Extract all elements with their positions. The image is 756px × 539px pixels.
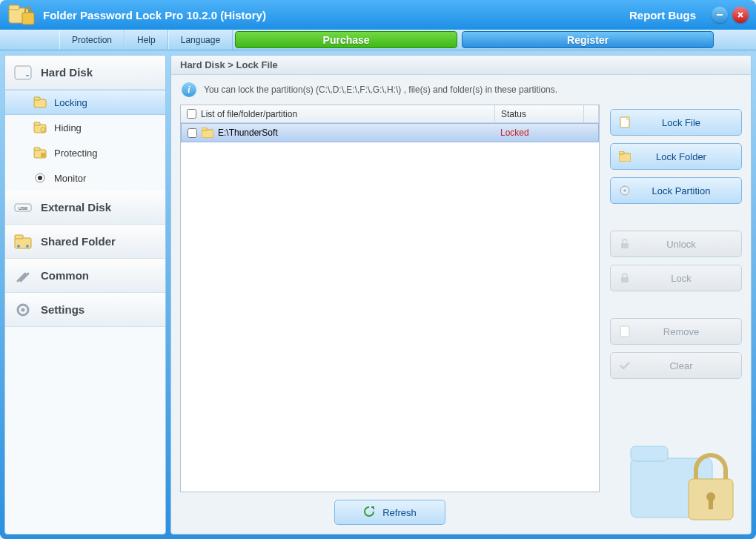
sidebar-protecting-label: Protecting: [54, 148, 98, 159]
app-window: Folder Password Lock Pro 10.2.0 (History…: [0, 0, 756, 539]
menu-language[interactable]: Language: [168, 30, 233, 50]
sidebar-hiding-label: Hiding: [54, 122, 82, 133]
usb-icon: USB: [14, 199, 32, 216]
refresh-button[interactable]: Refresh: [334, 500, 445, 525]
lock-label: Lock: [629, 273, 734, 284]
unlock-button[interactable]: Unlock: [610, 231, 742, 257]
sidebar-hard-disk-label: Hard Disk: [41, 66, 93, 79]
svg-rect-36: [689, 479, 733, 520]
select-all-checkbox[interactable]: [187, 109, 196, 119]
file-table: List of file/folder/partition Status: [180, 105, 600, 492]
info-text: You can lock the partition(s) (C:\,D:\,E…: [204, 85, 557, 95]
svg-rect-3: [717, 14, 723, 16]
sidebar-item-protecting[interactable]: Protecting: [5, 140, 165, 165]
refresh-icon: [363, 506, 375, 520]
svg-point-5: [26, 75, 29, 76]
svg-point-20: [17, 245, 20, 248]
svg-rect-7: [34, 97, 40, 100]
row-status: Locked: [494, 128, 583, 138]
svg-rect-13: [41, 153, 45, 157]
actions-panel: Lock File Lock Folder Lock Partition: [610, 105, 742, 525]
svg-point-15: [38, 176, 42, 180]
sidebar-monitor-label: Monitor: [54, 173, 86, 184]
svg-text:USB: USB: [19, 206, 28, 211]
decorative-folder-lock-icon: [623, 436, 742, 525]
info-icon: i: [182, 82, 196, 97]
row-path: E:\ThunderSoft: [218, 128, 278, 138]
minimize-button[interactable]: [712, 7, 728, 23]
row-checkbox[interactable]: [188, 128, 197, 138]
clear-button[interactable]: Clear: [610, 352, 742, 379]
sidebar-item-monitor[interactable]: Monitor: [5, 165, 165, 191]
lock-file-label: Lock File: [629, 117, 734, 128]
svg-rect-9: [34, 122, 40, 125]
svg-rect-35: [631, 446, 668, 461]
app-logo-icon: [7, 2, 37, 27]
report-bugs-link[interactable]: Report Bugs: [629, 9, 696, 22]
sidebar-section-external-disk[interactable]: USB External Disk: [5, 191, 165, 225]
svg-rect-12: [34, 148, 40, 151]
svg-rect-25: [202, 128, 207, 130]
svg-rect-6: [34, 99, 46, 108]
svg-point-37: [706, 492, 715, 501]
lock-file-button[interactable]: Lock File: [610, 109, 742, 136]
list-panel: List of file/folder/partition Status: [180, 105, 600, 525]
svg-point-23: [21, 308, 25, 311]
remove-label: Remove: [629, 326, 734, 337]
column-header-status[interactable]: Status: [495, 105, 584, 122]
lock-folder-button[interactable]: Lock Folder: [610, 143, 742, 170]
menu-help[interactable]: Help: [125, 30, 168, 50]
info-bar: i You can lock the partition(s) (C:\,D:\…: [171, 75, 751, 105]
folder-protect-icon: [33, 146, 47, 159]
sidebar-item-locking[interactable]: Locking: [5, 90, 165, 115]
sidebar-shared-folder-label: Shared Folder: [41, 235, 116, 248]
column-name-label: List of file/folder/partition: [201, 109, 297, 119]
lock-partition-label: Lock Partition: [629, 185, 734, 196]
close-button[interactable]: [732, 7, 749, 23]
svg-rect-24: [202, 130, 213, 138]
content-area: Hard Disk Locking Hiding Protecting: [0, 50, 756, 539]
lock-folder-label: Lock Folder: [629, 151, 734, 162]
folder-lock-icon: [33, 96, 47, 109]
shared-folder-icon: [14, 233, 32, 251]
gear-icon: [14, 301, 32, 319]
app-title: Folder Password Lock Pro 10.2.0 (History…: [43, 9, 266, 22]
sidebar-settings-label: Settings: [41, 303, 84, 316]
folder-hide-icon: [33, 121, 47, 134]
hard-disk-icon: [14, 64, 32, 82]
clear-label: Clear: [629, 360, 734, 371]
menu-protection[interactable]: Protection: [59, 30, 125, 50]
column-status-label: Status: [501, 109, 526, 119]
title-bar: Folder Password Lock Pro 10.2.0 (History…: [0, 0, 756, 30]
lock-partition-button[interactable]: Lock Partition: [610, 177, 742, 204]
svg-rect-34: [631, 458, 712, 517]
purchase-button[interactable]: Purchase: [235, 31, 457, 48]
folder-icon: [202, 128, 213, 138]
lock-button[interactable]: Lock: [610, 265, 742, 291]
svg-rect-31: [621, 243, 629, 248]
svg-rect-2: [22, 13, 34, 24]
breadcrumb: Hard Disk > Lock File: [171, 56, 751, 75]
sidebar-locking-label: Locking: [54, 97, 87, 108]
sidebar-section-shared-folder[interactable]: Shared Folder: [5, 225, 165, 259]
svg-rect-38: [709, 499, 713, 509]
sidebar-common-label: Common: [41, 269, 89, 282]
sidebar-item-hiding[interactable]: Hiding: [5, 115, 165, 140]
sidebar-section-settings[interactable]: Settings: [5, 293, 165, 327]
sidebar-section-hard-disk[interactable]: Hard Disk: [5, 56, 165, 90]
column-header-end: [584, 105, 599, 122]
unlock-label: Unlock: [629, 239, 734, 250]
svg-rect-19: [15, 235, 23, 239]
sidebar: Hard Disk Locking Hiding Protecting: [4, 55, 166, 535]
svg-point-21: [26, 245, 29, 248]
column-header-name[interactable]: List of file/folder/partition: [181, 105, 495, 122]
svg-rect-32: [621, 277, 629, 282]
tools-icon: [14, 267, 32, 285]
monitor-icon: [33, 171, 47, 185]
svg-point-30: [624, 190, 626, 192]
table-row[interactable]: E:\ThunderSoft Locked: [181, 123, 599, 142]
remove-button[interactable]: Remove: [610, 318, 742, 345]
register-button[interactable]: Register: [462, 31, 714, 48]
sidebar-section-common[interactable]: Common: [5, 259, 165, 293]
svg-rect-4: [15, 66, 31, 79]
